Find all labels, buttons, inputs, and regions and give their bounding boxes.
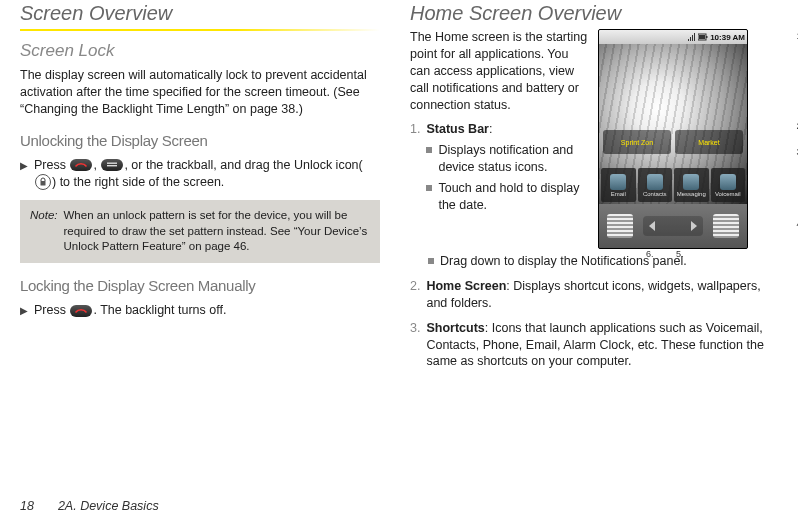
phone-screen: 10:39 AM Sprint Zon Market Email Contact… — [598, 29, 748, 249]
sub-bullet-icon — [428, 258, 434, 264]
app-voicemail: Voicemail — [711, 168, 746, 202]
section-title-screen-overview: Screen Overview — [20, 2, 380, 25]
list-num-1: 1. — [410, 121, 420, 217]
phone-bottom-bar — [599, 204, 747, 248]
heading-unlocking: Unlocking the Display Screen — [20, 132, 380, 149]
list-num-3: 3. — [410, 320, 420, 371]
svg-rect-1 — [107, 165, 117, 166]
list-label-status-bar: Status Bar — [426, 122, 489, 136]
lock-text-1: Press — [34, 303, 69, 317]
unlock-step-text: Press , , or the trackball, and drag the… — [34, 157, 380, 191]
list-colon-1: : — [489, 122, 492, 136]
page-number: 18 — [20, 499, 34, 513]
list-label-shortcuts: Shortcuts — [426, 321, 484, 335]
step-bullet-icon: ▶ — [20, 159, 28, 173]
unlock-text-4: ) to the right side of the screen. — [52, 175, 224, 189]
phone-widget-row: Sprint Zon Market — [603, 130, 743, 154]
signal-icon — [688, 33, 696, 41]
app-email: Email — [601, 168, 636, 202]
home-overview-intro: The Home screen is the starting point fo… — [410, 29, 588, 113]
status-time: 10:39 AM — [710, 33, 745, 42]
status-bar-sub-2: Touch and hold to display the date. — [438, 180, 588, 214]
menu-key-icon — [101, 159, 123, 171]
title-divider — [20, 29, 380, 31]
unlock-text-1: Press — [34, 158, 69, 172]
end-call-key-icon — [70, 305, 92, 317]
svg-rect-2 — [41, 181, 46, 186]
note-text: When an unlock pattern is set for the de… — [64, 208, 371, 255]
unlock-text-2: , — [93, 158, 100, 172]
battery-icon — [698, 33, 708, 41]
lock-step-text: Press . The backlight turns off. — [34, 302, 380, 319]
svg-rect-0 — [107, 163, 117, 164]
app-messaging: Messaging — [674, 168, 709, 202]
lock-text-2: . The backlight turns off. — [93, 303, 226, 317]
app-contacts: Contacts — [638, 168, 673, 202]
list-label-home-screen: Home Screen — [426, 279, 506, 293]
step-bullet-icon: ▶ — [20, 304, 28, 318]
sub-bullet-icon — [426, 185, 432, 191]
phone-callouts-right: 1. 2. 3. 4. — [778, 29, 798, 249]
phone-dialer-grip-icon — [607, 214, 633, 238]
widget-sprint-zone: Sprint Zon — [603, 130, 671, 154]
note-label: Note: — [30, 208, 58, 255]
screen-lock-intro: The display screen will automatically lo… — [20, 67, 380, 118]
heading-locking-manually: Locking the Display Screen Manually — [20, 277, 380, 294]
end-call-key-icon — [70, 159, 92, 171]
svg-rect-4 — [706, 36, 708, 38]
phone-browser-grip-icon — [713, 214, 739, 238]
widget-market: Market — [675, 130, 743, 154]
unlock-text-3: , or the trackball, and drag the Unlock … — [124, 158, 362, 172]
list-num-2: 2. — [410, 278, 420, 312]
section-label: 2A. Device Basics — [58, 499, 159, 513]
phone-status-bar: 10:39 AM — [599, 30, 747, 44]
note-box: Note: When an unlock pattern is set for … — [20, 200, 380, 263]
svg-rect-5 — [699, 35, 705, 39]
phone-shortcut-row: Email Contacts Messaging Voicemail — [601, 168, 745, 202]
callout-5: 5. — [676, 249, 684, 259]
status-bar-sub-1: Displays notification and device status … — [438, 142, 588, 176]
unlock-lock-icon — [35, 174, 51, 190]
callout-6: 6. — [646, 249, 654, 259]
phone-callouts-bottom: 5. 6. — [598, 249, 778, 263]
page-footer: 18 2A. Device Basics — [20, 499, 159, 513]
subsection-screen-lock: Screen Lock — [20, 41, 380, 61]
phone-app-drawer-icon — [643, 216, 703, 236]
section-title-home-overview: Home Screen Overview — [410, 2, 778, 25]
phone-illustration: 10:39 AM Sprint Zon Market Email Contact… — [598, 29, 778, 249]
sub-bullet-icon — [426, 147, 432, 153]
